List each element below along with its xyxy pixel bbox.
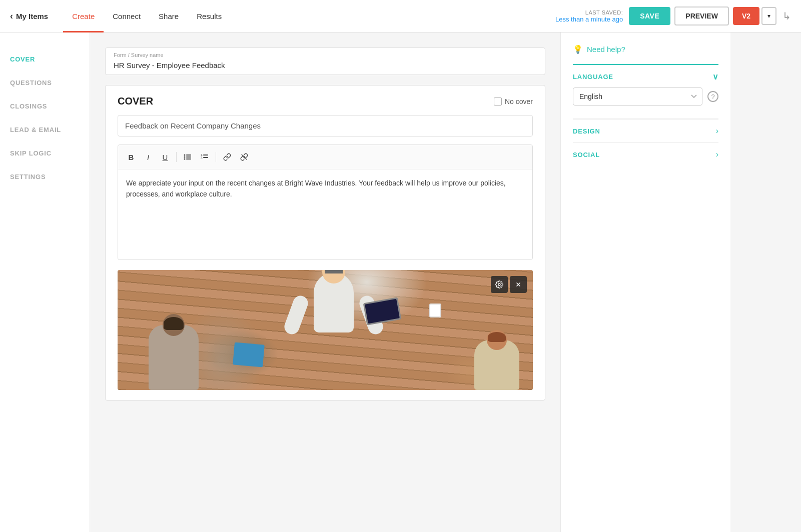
svg-point-0 (184, 154, 186, 156)
unlink-button[interactable] (236, 149, 252, 165)
layout: COVER QUESTIONS CLOSINGS LEAD & EMAIL SK… (0, 32, 801, 532)
no-cover-checkbox[interactable] (494, 98, 502, 106)
sidebar-item-cover[interactable]: COVER (0, 48, 90, 71)
language-section: LANGUAGE ∨ English Spanish French German… (573, 64, 718, 118)
person-right-head (487, 330, 507, 350)
cover-image-area (118, 270, 533, 390)
svg-rect-1 (186, 154, 191, 156)
cover-card: COVER No cover B I U (105, 85, 545, 400)
sidebar-item-skip-logic[interactable]: SKIP LOGIC (0, 142, 90, 165)
top-nav: ‹ My Items Create Connect Share Results … (0, 0, 801, 32)
sidebar-item-closings[interactable]: CLOSINGS (0, 94, 90, 118)
back-to-my-items[interactable]: ‹ My Items (10, 11, 48, 22)
back-label: My Items (16, 12, 48, 20)
person-right-hair (488, 332, 506, 342)
last-saved-label: LAST SAVED: (555, 10, 623, 16)
social-section: SOCIAL › (573, 142, 718, 166)
notebook (233, 342, 265, 367)
no-cover-text: No cover (505, 98, 533, 106)
need-help-link[interactable]: 💡 Need help? (573, 44, 718, 54)
toolbar-divider-2 (216, 152, 216, 162)
form-name-input[interactable] (106, 59, 545, 74)
svg-rect-7 (203, 154, 208, 156)
editor-toolbar: B I U (118, 145, 532, 170)
link-button[interactable] (219, 149, 235, 165)
svg-rect-9 (203, 157, 208, 158)
person-grey-container (139, 300, 209, 390)
language-select-wrapper: English Spanish French German Portuguese… (573, 82, 718, 112)
need-help-text: Need help? (587, 45, 625, 54)
image-remove-button[interactable] (510, 276, 527, 293)
cursor-icon: ↳ (782, 10, 791, 22)
laptop-screen (365, 299, 400, 324)
nav-results[interactable]: Results (188, 0, 231, 32)
design-title: DESIGN (573, 128, 600, 135)
svg-line-10 (242, 154, 247, 160)
form-name-label: Form / Survey name (106, 48, 545, 59)
language-title: LANGUAGE (573, 73, 613, 80)
coffee-cup (429, 304, 441, 318)
design-section: DESIGN › (573, 118, 718, 142)
save-info: LAST SAVED: Less than a minute ago (555, 10, 623, 23)
rich-text-editor: B I U (118, 144, 533, 260)
underline-button[interactable]: U (157, 149, 173, 165)
design-section-header[interactable]: DESIGN › (573, 126, 718, 136)
cover-title-input[interactable] (118, 115, 533, 136)
person-white-head (322, 270, 345, 284)
italic-button[interactable]: I (140, 149, 156, 165)
svg-point-11 (498, 284, 500, 286)
nav-links: Create Connect Share Results (63, 0, 231, 32)
preview-button[interactable]: PREVIEW (674, 6, 729, 26)
cover-header: COVER No cover (118, 96, 533, 107)
person-grey-head (163, 314, 185, 336)
bulb-icon: 💡 (573, 44, 583, 54)
save-button[interactable]: SAVE (629, 7, 670, 25)
toolbar-divider-1 (176, 152, 177, 162)
social-chevron-right-icon: › (716, 150, 718, 159)
right-panel: 💡 Need help? LANGUAGE ∨ English Spanish … (560, 32, 730, 532)
social-section-header[interactable]: SOCIAL › (573, 150, 718, 159)
bullet-list-button[interactable] (180, 149, 196, 165)
editor-body[interactable]: We appreciate your input on the recent c… (118, 170, 532, 260)
person-white-hair (325, 270, 343, 274)
main-content: Form / Survey name COVER No cover B I U (90, 32, 560, 532)
nav-connect[interactable]: Connect (104, 0, 150, 32)
no-cover-toggle[interactable]: No cover (494, 98, 533, 106)
language-help-icon[interactable]: ? (707, 91, 718, 102)
sidebar-item-settings[interactable]: SETTINGS (0, 165, 90, 188)
sidebar-item-lead-email[interactable]: LEAD & EMAIL (0, 118, 90, 142)
cover-section-title: COVER (118, 96, 153, 107)
numbered-list-button[interactable]: 1. 2. (197, 149, 213, 165)
nav-share[interactable]: Share (150, 0, 188, 32)
sidebar: COVER QUESTIONS CLOSINGS LEAD & EMAIL SK… (0, 32, 90, 532)
form-name-wrapper: Form / Survey name (105, 48, 545, 75)
language-chevron-down-icon: ∨ (712, 72, 718, 82)
nav-create[interactable]: Create (63, 0, 104, 32)
svg-rect-3 (186, 156, 191, 158)
last-saved-time: Less than a minute ago (555, 16, 623, 23)
person-right-body (474, 340, 519, 390)
dropdown-button[interactable]: ▾ (761, 7, 776, 25)
table-scene-image (118, 270, 533, 390)
design-chevron-right-icon: › (716, 126, 718, 136)
person-right-container (464, 330, 524, 390)
back-arrow-icon: ‹ (10, 11, 13, 22)
language-select[interactable]: English Spanish French German Portuguese (573, 88, 702, 106)
svg-point-2 (184, 156, 186, 158)
image-overlay-buttons (491, 276, 527, 293)
arm-left (284, 294, 310, 336)
person-grey-body (149, 325, 199, 390)
social-title: SOCIAL (573, 151, 600, 158)
sidebar-item-questions[interactable]: QUESTIONS (0, 71, 90, 94)
svg-rect-5 (186, 158, 191, 160)
person-grey-hair (164, 317, 184, 330)
v2-button[interactable]: V2 (733, 7, 759, 25)
bold-button[interactable]: B (123, 149, 139, 165)
image-settings-button[interactable] (491, 276, 508, 293)
language-section-header[interactable]: LANGUAGE ∨ (573, 72, 718, 82)
svg-text:2.: 2. (201, 156, 203, 159)
svg-point-4 (184, 158, 186, 160)
person-white-body (314, 272, 354, 332)
